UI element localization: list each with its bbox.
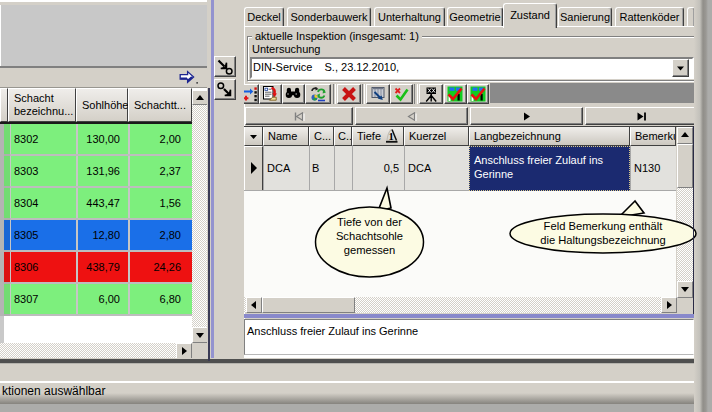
svg-text:Tiefe von der: Tiefe von der bbox=[337, 216, 402, 228]
svg-text:gemessen: gemessen bbox=[344, 244, 396, 256]
svg-text:Feld Bemerkung enthält: Feld Bemerkung enthält bbox=[544, 220, 664, 232]
svg-text:die Haltungsbezeichnung: die Haltungsbezeichnung bbox=[540, 234, 666, 246]
svg-text:Schachtsohle: Schachtsohle bbox=[336, 230, 403, 242]
svg-text:1: 1 bbox=[388, 131, 393, 142]
